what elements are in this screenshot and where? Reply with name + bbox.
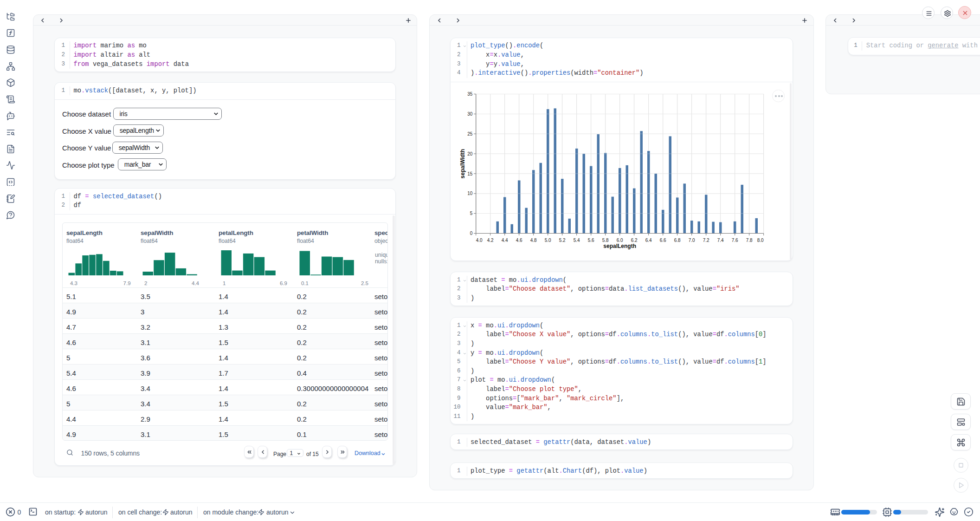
svg-text:sepalLength: sepalLength xyxy=(603,243,636,249)
svg-text:4.8: 4.8 xyxy=(530,238,537,243)
svg-text:5.4: 5.4 xyxy=(574,238,580,243)
svg-text:20: 20 xyxy=(467,151,473,156)
svg-text:0: 0 xyxy=(470,231,473,236)
svg-text:4.2: 4.2 xyxy=(487,238,494,243)
svg-text:4.6: 4.6 xyxy=(516,238,522,243)
svg-text:6.0: 6.0 xyxy=(617,238,623,243)
svg-text:4.0: 4.0 xyxy=(476,238,483,243)
svg-text:35: 35 xyxy=(467,91,473,97)
svg-text:25: 25 xyxy=(467,131,473,137)
svg-text:6.2: 6.2 xyxy=(631,238,638,243)
svg-text:6.8: 6.8 xyxy=(674,238,681,243)
svg-text:8.0: 8.0 xyxy=(757,238,764,243)
svg-text:6.6: 6.6 xyxy=(660,238,666,243)
svg-text:7.0: 7.0 xyxy=(689,238,695,243)
svg-text:5: 5 xyxy=(470,211,473,216)
svg-text:5.0: 5.0 xyxy=(545,238,551,243)
svg-text:5.8: 5.8 xyxy=(602,238,609,243)
svg-text:6.4: 6.4 xyxy=(645,238,652,243)
svg-text:5.2: 5.2 xyxy=(559,238,566,243)
svg-text:7.2: 7.2 xyxy=(703,238,709,243)
svg-text:15: 15 xyxy=(467,171,473,176)
svg-text:5.6: 5.6 xyxy=(588,238,594,243)
svg-text:4.4: 4.4 xyxy=(502,238,508,243)
svg-text:7.4: 7.4 xyxy=(717,238,724,243)
svg-text:sepalWidth: sepalWidth xyxy=(459,149,466,179)
svg-text:7.6: 7.6 xyxy=(732,238,738,243)
svg-text:30: 30 xyxy=(467,111,473,117)
svg-text:10: 10 xyxy=(467,191,473,196)
svg-text:7.8: 7.8 xyxy=(746,238,753,243)
